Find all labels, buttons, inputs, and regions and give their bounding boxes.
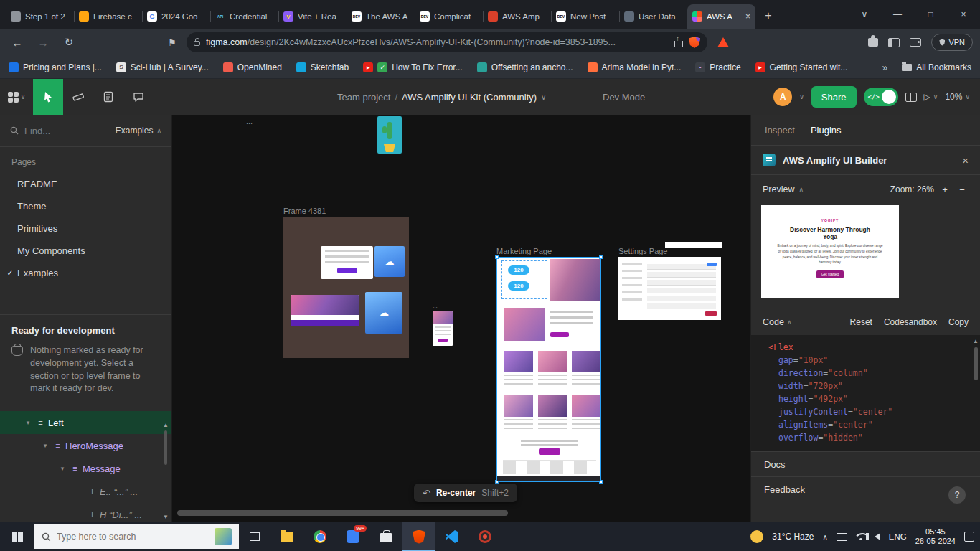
stat-badge[interactable]: 120	[508, 265, 529, 275]
new-tab-button[interactable]: +	[758, 6, 778, 26]
wallet-icon[interactable]	[910, 38, 921, 47]
marketing-page-label[interactable]: Marketing Page	[496, 247, 552, 255]
page-item[interactable]: ✓ Primitives	[0, 217, 171, 240]
file-menu-caret[interactable]: ∨	[541, 93, 546, 101]
settings-page-label[interactable]: Settings Page	[618, 247, 668, 255]
share-icon[interactable]	[673, 37, 683, 47]
browser-tab[interactable]: G 2024 Goo ×	[142, 4, 210, 29]
figma-main-menu[interactable]: ∨	[0, 79, 33, 115]
taskbar-app-brave[interactable]	[402, 522, 435, 551]
tree-chevron-icon[interactable]: ▾	[40, 442, 50, 449]
annotate-tool-button[interactable]	[93, 79, 123, 115]
bookmark-item[interactable]: ▶ Getting Started wit...	[755, 62, 848, 72]
browser-tab[interactable]: AWS Amp ×	[483, 4, 551, 29]
present-button[interactable]: ▷ ∨	[924, 92, 938, 102]
page-item[interactable]: ✓ README	[0, 173, 171, 195]
taskbar-app-messaging[interactable]: 99+	[336, 522, 369, 551]
back-button[interactable]: ←	[7, 32, 27, 52]
selected-badges-group[interactable]: 120 120	[501, 260, 547, 299]
wifi-icon[interactable]	[856, 533, 866, 540]
layer-row[interactable]: ▾ ≡ Left	[0, 411, 171, 434]
browser-tab[interactable]: DEV New Post ×	[551, 4, 619, 29]
bookmark-item[interactable]: OpenMined	[223, 62, 282, 72]
tab-plugins[interactable]: Plugins	[811, 125, 842, 136]
move-tool-button[interactable]	[33, 79, 63, 115]
avatar[interactable]: A	[773, 88, 792, 106]
measure-tool-button[interactable]	[63, 79, 93, 115]
selection-handle[interactable]	[495, 255, 499, 259]
browser-tab[interactable]: V Vite + Rea ×	[278, 4, 347, 29]
search-highlight-image[interactable]	[215, 528, 232, 545]
recenter-button[interactable]: ↶ Re-center Shift+2	[414, 484, 517, 502]
cactus-thumbnail[interactable]	[377, 116, 402, 154]
library-book-icon[interactable]	[905, 93, 917, 102]
browser-tab[interactable]: User Data ×	[619, 4, 687, 29]
breadcrumb-file[interactable]: AWS Amplify UI Kit (Community)	[402, 92, 537, 103]
reset-button[interactable]: Reset	[850, 317, 872, 327]
zoom-in-button[interactable]: +	[938, 184, 951, 195]
sidebar-toggle-icon[interactable]	[888, 38, 900, 47]
page-item[interactable]: ✓ My Components	[0, 240, 171, 262]
page-filter-dropdown[interactable]: Examples ∧	[116, 126, 161, 136]
comment-tool-button[interactable]	[123, 79, 154, 115]
bookmark-item[interactable]: S Sci-Hub | A Survey...	[116, 62, 209, 72]
action-center-icon[interactable]	[964, 532, 974, 542]
language-indicator[interactable]: ENG	[889, 532, 907, 541]
tray-expand-icon[interactable]: ∧	[822, 533, 827, 541]
all-bookmarks-button[interactable]: All Bookmarks	[902, 62, 971, 72]
maximize-button[interactable]: □	[914, 0, 947, 29]
copy-button[interactable]: Copy	[948, 317, 969, 327]
layer-row[interactable]: ▾ ≡ Message	[0, 457, 171, 480]
browser-tab[interactable]: Firebase c ×	[74, 4, 142, 29]
share-button[interactable]: Share	[811, 86, 857, 108]
canvas-horizontal-scrollbar[interactable]	[177, 510, 508, 516]
tab-search-button[interactable]: ∨	[848, 0, 881, 29]
taskbar-app-vscode[interactable]	[435, 522, 468, 551]
bookmark-flag-icon[interactable]: ⚑	[164, 34, 181, 51]
browser-tab[interactable]: Step 1 of 2 ×	[6, 4, 74, 29]
canvas[interactable]: ... Frame 4381 ☁ ☁ ...	[172, 115, 750, 522]
address-bar[interactable]: figma.com/design/2Kc4wMzzxcAUcxPfzceHvs/…	[187, 32, 707, 52]
zoom-out-button[interactable]: −	[956, 184, 969, 195]
taskbar-app-file-explorer[interactable]	[270, 522, 303, 551]
brave-rewards-icon[interactable]	[717, 37, 729, 47]
page-item[interactable]: ✓ Examples	[0, 262, 171, 284]
layer-row[interactable]: ▾ T H “Di...” ...	[0, 503, 171, 522]
scroll-up-arrow[interactable]: ▲	[163, 422, 169, 428]
mini-component[interactable]	[433, 311, 453, 346]
tree-chevron-icon[interactable]: ▾	[57, 465, 67, 472]
breadcrumb-team[interactable]: Team project	[337, 92, 390, 103]
layer-row[interactable]: ▾ T E.. “...” ...	[0, 480, 171, 503]
browser-tab[interactable]: AWS A ×	[687, 4, 755, 29]
left-scrollbar-thumb[interactable]	[164, 430, 167, 465]
docs-item[interactable]: Docs	[751, 452, 980, 476]
bookmark-item[interactable]: • Practice	[695, 62, 740, 72]
display-icon[interactable]	[837, 533, 847, 541]
forward-button[interactable]: →	[33, 32, 53, 52]
stat-badge[interactable]: 120	[508, 281, 529, 291]
taskbar-app-store[interactable]	[369, 522, 402, 551]
taskbar-search[interactable]	[34, 524, 239, 549]
start-button[interactable]	[0, 522, 34, 551]
extensions-icon[interactable]	[868, 38, 878, 47]
dev-mode-toggle[interactable]: </>	[864, 88, 898, 106]
page-item[interactable]: ✓ Theme	[0, 195, 171, 217]
bookmark-item[interactable]: Offsetting an ancho...	[477, 62, 573, 72]
find-input[interactable]	[24, 126, 86, 136]
bookmark-item[interactable]: Pricing and Plans |...	[9, 62, 102, 72]
code-scrollbar-thumb[interactable]	[974, 347, 978, 380]
zoom-menu[interactable]: 10% ∨	[945, 92, 970, 102]
close-button[interactable]: ×	[947, 0, 980, 29]
weather-text[interactable]: 31°C Haze	[772, 532, 814, 542]
clock[interactable]: 05:45 26-05-2024	[915, 527, 956, 546]
code-scrollbar[interactable]: ▲	[973, 338, 979, 446]
vpn-button[interactable]: VPN	[931, 34, 973, 51]
weather-icon[interactable]	[750, 530, 763, 543]
help-button[interactable]: ?	[948, 486, 966, 504]
bookmark-item[interactable]: ▶ ✓ How To Fix Error...	[363, 62, 462, 72]
browser-tab[interactable]: API Credential ×	[210, 4, 278, 29]
browser-tab[interactable]: DEV The AWS A ×	[347, 4, 415, 29]
tab-close-icon[interactable]: ×	[745, 11, 750, 22]
bookmark-item[interactable]: Arima Model in Pyt...	[588, 62, 682, 72]
close-plugin-icon[interactable]: ×	[962, 154, 969, 166]
